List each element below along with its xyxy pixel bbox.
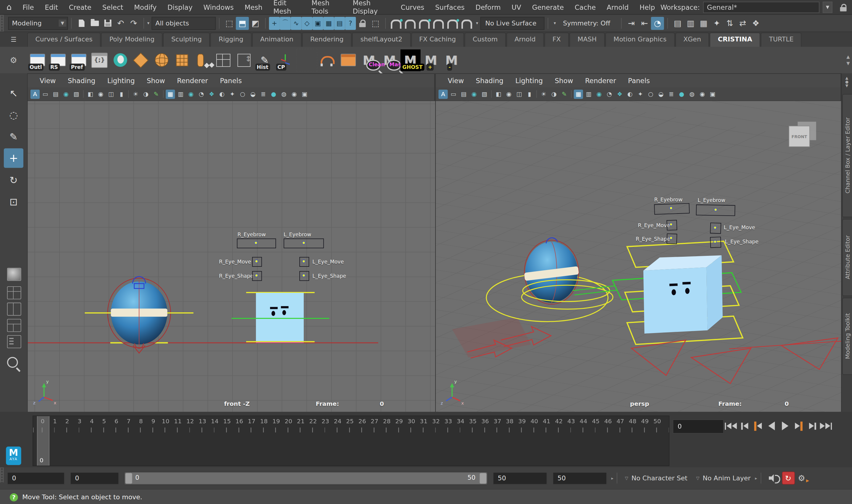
select-deformations-filter-icon[interactable]: ▣	[312, 17, 323, 30]
snap-to-point-icon[interactable]	[419, 19, 430, 29]
depth-of-field-icon[interactable]: ◉	[290, 89, 299, 98]
timeline-tick-label[interactable]: 28	[381, 418, 393, 425]
poly-sphere-shelf-button[interactable]	[151, 49, 171, 71]
anti-aliasing-icon[interactable]: ◍	[279, 89, 288, 98]
shadows-icon[interactable]: ◑	[549, 89, 559, 98]
safe-title-icon[interactable]: ▣	[300, 89, 309, 98]
gate-mask-icon[interactable]: ◫	[514, 89, 524, 98]
rig-control-r-eye-move[interactable]	[667, 220, 677, 230]
camera-attributes-icon[interactable]: ▤	[51, 89, 60, 98]
snap-to-grid-icon[interactable]	[391, 19, 402, 29]
timeline-tick-label[interactable]: 39	[516, 418, 528, 425]
selection-mask-dropdown[interactable]: All objects	[151, 17, 216, 30]
snap-to-view-plane-icon[interactable]	[447, 19, 458, 29]
image-plane-icon[interactable]: ▧	[72, 89, 81, 98]
timeline-tick-label[interactable]: 50	[651, 418, 663, 425]
play-forwards-button[interactable]	[779, 419, 791, 432]
shelf-tab-xgen[interactable]: XGen	[675, 33, 709, 47]
menu-display[interactable]: Display	[162, 3, 198, 11]
shelf-tab-sculpting[interactable]: Sculpting	[163, 33, 210, 47]
pane-resize-shelf-button[interactable]	[234, 49, 254, 71]
poly-cube-shelf-button[interactable]	[172, 49, 192, 71]
menu-windows[interactable]: Windows	[198, 3, 239, 11]
timeline-tick-label[interactable]: 2	[61, 418, 73, 425]
shelf-tab-arnold[interactable]: Arnold	[506, 33, 544, 47]
front-viewport-canvas[interactable]: y x z	[28, 101, 435, 412]
shelf-tab-rigging[interactable]: Rigging	[210, 33, 252, 47]
timeline-tick-label[interactable]: 31	[418, 418, 430, 425]
textured-display-icon[interactable]: ❖	[615, 89, 624, 98]
poly-plane-shelf-button[interactable]	[131, 49, 151, 71]
range-start-handle[interactable]	[125, 472, 132, 484]
select-camera-icon[interactable]: A	[31, 89, 40, 98]
plus-script-shelf-button[interactable]: M +	[421, 49, 441, 71]
menu-cache[interactable]: Cache	[569, 3, 601, 11]
shaded-display-icon[interactable]: ◉	[594, 89, 603, 98]
gamma-icon[interactable]: ≣	[667, 89, 676, 98]
character-set-dropdown[interactable]: ▽ No Character Set	[621, 474, 692, 482]
timeline-tick-label[interactable]: 49	[639, 418, 651, 425]
play-backwards-button[interactable]	[766, 419, 777, 432]
orange-window-shelf-button[interactable]	[338, 49, 358, 71]
select-object-mode-icon[interactable]: ⬒	[236, 17, 249, 30]
timeline-tick-label[interactable]: 16	[233, 418, 245, 425]
timeline-tick-label[interactable]: 24	[332, 418, 343, 425]
timeline-tick-label[interactable]: 1	[49, 418, 61, 425]
go-to-start-button[interactable]	[725, 419, 737, 432]
tab-channel-box-layer-editor[interactable]: Channel Box / Layer Editor	[842, 94, 852, 217]
timeline-tick-label[interactable]: 45	[590, 418, 602, 425]
timeline-tick-label[interactable]: 8	[135, 418, 147, 425]
lasso-select-tool-icon[interactable]: ◌	[4, 105, 23, 124]
shelf-gear-icon[interactable]: ⚙	[0, 55, 27, 65]
center-pivot-shelf-button[interactable]: CP	[275, 49, 295, 71]
menu-surfaces[interactable]: Surfaces	[430, 3, 470, 11]
timeline-tick-label[interactable]: 26	[356, 418, 368, 425]
timeline-tick-label[interactable]: 37	[491, 418, 503, 425]
save-scene-icon[interactable]	[101, 17, 114, 30]
shelf-scroll-up-icon[interactable]: ▲	[846, 54, 850, 59]
panel-menu-show[interactable]: Show	[147, 77, 171, 85]
timeline-tick-label[interactable]: 35	[467, 418, 479, 425]
playback-start-field[interactable]: 0	[70, 472, 119, 484]
paint-select-tool-icon[interactable]: ✎	[4, 127, 23, 146]
panel-menu-lighting[interactable]: Lighting	[515, 77, 549, 85]
persp-viewport-canvas[interactable]: FRONT y x z	[436, 101, 842, 412]
oversampling-icon[interactable]: ◉	[96, 89, 105, 98]
character-controls-icon[interactable]: ✦	[710, 17, 723, 30]
depth-of-field-icon[interactable]: ◉	[697, 89, 707, 98]
menu-arnold[interactable]: Arnold	[601, 3, 634, 11]
panel-menu-panels[interactable]: Panels	[220, 77, 248, 85]
step-forward-frame-button[interactable]	[806, 419, 818, 432]
panel-menu-renderer[interactable]: Renderer	[177, 77, 215, 85]
rig-control-r-eye-shape[interactable]	[667, 233, 677, 244]
playback-end-field[interactable]: 50	[493, 472, 547, 484]
xray-icon[interactable]: ✦	[228, 89, 237, 98]
timeline-tick-label[interactable]: 46	[602, 418, 614, 425]
shelf-scroll-down-icon[interactable]: ▼	[846, 61, 850, 66]
timeline-tick-label[interactable]: 30	[405, 418, 417, 425]
workspace-dropdown-arrow-icon[interactable]: ▼	[823, 1, 833, 13]
row-expand-arrow-icon[interactable]: ▸	[755, 475, 757, 481]
anti-aliasing-icon[interactable]: ◍	[687, 89, 696, 98]
lock-camera-icon[interactable]: ▭	[41, 89, 50, 98]
audio-mute-icon[interactable]	[768, 474, 777, 482]
panel-menu-show[interactable]: Show	[555, 77, 580, 85]
timeline-tick-label[interactable]: 22	[307, 418, 319, 425]
timeline-tick-label[interactable]: 13	[196, 418, 208, 425]
current-frame-field[interactable]: 0	[673, 419, 724, 434]
snap-to-curve-icon[interactable]	[405, 19, 416, 29]
history-shelf-button[interactable]: ✎ Hist	[255, 49, 275, 71]
menu-help[interactable]: Help	[634, 3, 660, 11]
timeline-tick-label[interactable]: 41	[541, 418, 552, 425]
lighting-icon[interactable]: ☀	[131, 89, 140, 98]
panel-menu-view[interactable]: View	[448, 77, 470, 85]
selection-mask-arrow-icon[interactable]: ▾	[147, 21, 149, 26]
timeline-tick-label[interactable]: 15	[221, 418, 233, 425]
live-surface-field[interactable]: No Live Surface	[481, 17, 545, 30]
zoom-tool-icon[interactable]	[7, 357, 18, 368]
timeline-tick-label[interactable]: 21	[295, 418, 307, 425]
timeline-tick-label[interactable]: 34	[455, 418, 467, 425]
two-d-pan-zoom-icon[interactable]: ◧	[494, 89, 503, 98]
isolate-select-icon[interactable]: ○	[238, 89, 247, 98]
shelf-menu-icon[interactable]: ☰	[0, 32, 27, 47]
